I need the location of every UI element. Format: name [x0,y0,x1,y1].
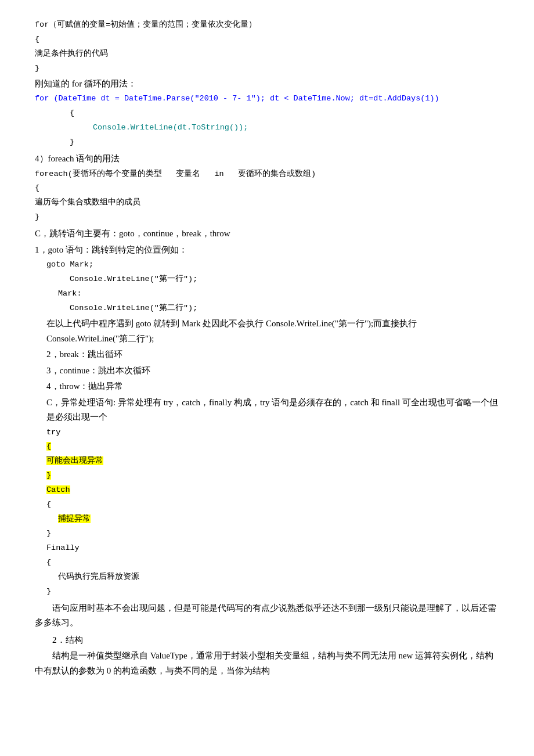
for-datetime-line: for (DateTime dt = DateTime.Parse("2010 … [35,92,499,106]
foreach-syntax: foreach(要循环的每个变量的类型 变量名 in 要循环的集合或数组) [35,168,499,181]
section-structure: 2．结构 [35,633,499,648]
brace-open-1: { [35,33,499,46]
goto-label: 1，goto 语句：跳转到特定的位置例如： [35,243,499,258]
for-usage-label: 刚知道的 for 循环的用法： [35,77,499,92]
foreach-body: 遍历每个集合或数组中的成员 [35,196,499,210]
catch-keyword: Catch [46,484,499,497]
foreach-label: 4）foreach 语句的用法 [35,152,499,167]
console-writeline-second: Console.WriteLine("第二行"); [35,302,499,315]
throw-label: 4，throw：抛出异常 [46,379,499,394]
finally-body: 代码执行完后释放资源 [58,571,499,584]
structure-description: 结构是一种值类型继承自 ValueType，通常用于封装小型相关变量组，结构与类… [35,649,499,678]
try-brace-close: } [46,469,499,483]
catch-brace-open: { [46,498,499,512]
try-body: 可能会出现异常 [46,455,499,468]
finally-keyword: Finally [46,542,499,555]
for-loop-syntax: for（可赋值的变量=初始值；变量的范围；变量依次变化量） [35,19,499,32]
foreach-brace-close: } [35,211,499,224]
try-brace-open: { [46,440,499,453]
goto-explanation: 在以上代码中程序遇到 goto 就转到 Mark 处因此不会执行 Console… [46,316,499,346]
jump-stmt-label: C，跳转语句主要有：goto，continue，break，throw [35,226,499,242]
console-writeline-first: Console.WriteLine("第一行"); [35,273,499,286]
finally-brace-open: { [46,556,499,570]
inner-brace-open: { [35,107,499,120]
goto-mark-code: goto Mark; [35,258,499,272]
console-writeline-dt: Console.WriteLine(dt.ToString()); [35,121,499,135]
foreach-brace-open: { [35,182,499,195]
stmt-application-note: 语句应用时基本不会出现问题，但是可能是代码写的有点少说熟悉似乎还达不到那一级别只… [35,601,499,631]
for-body: 满足条件执行的代码 [35,48,499,61]
try-keyword: try [46,426,499,440]
brace-close-1: } [35,62,499,75]
continue-label: 3，continue：跳出本次循环 [46,363,499,379]
mark-label-code: Mark: [35,287,499,301]
catch-brace-close: } [46,527,499,541]
break-label: 2，break：跳出循环 [46,347,499,362]
catch-body: 捕提异常 [58,513,499,526]
inner-brace-close: } [35,136,499,149]
finally-brace-close: } [46,585,499,599]
main-content: for（可赋值的变量=初始值；变量的范围；变量依次变化量） { 满足条件执行的代… [35,19,499,678]
exception-handling-label: C，异常处理语句: 异常处理有 try，catch，finally 构成，try… [46,395,499,425]
